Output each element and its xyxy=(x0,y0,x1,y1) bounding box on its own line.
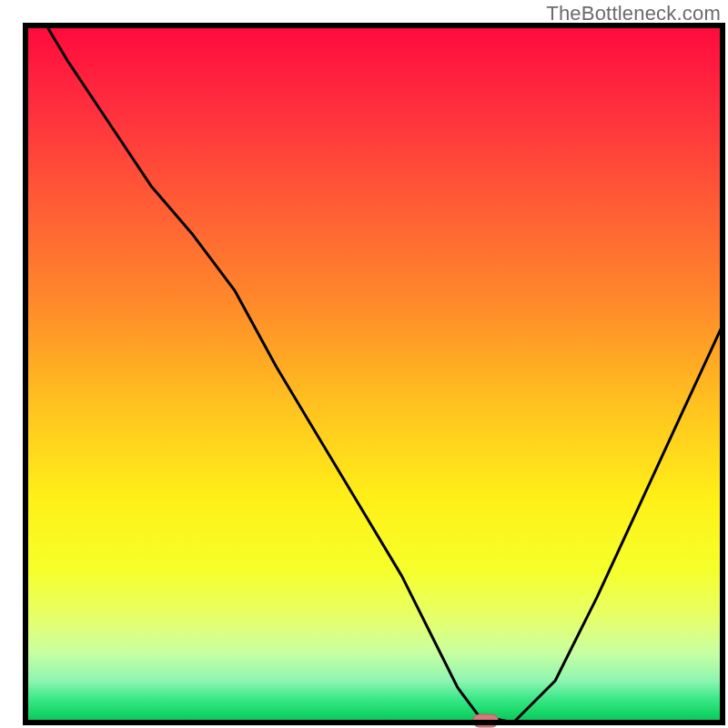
watermark-text: TheBottleneck.com xyxy=(546,2,721,25)
plot-area xyxy=(25,25,723,727)
chart-container: TheBottleneck.com xyxy=(0,0,728,728)
chart-svg xyxy=(0,0,728,728)
gradient-background xyxy=(25,25,723,723)
